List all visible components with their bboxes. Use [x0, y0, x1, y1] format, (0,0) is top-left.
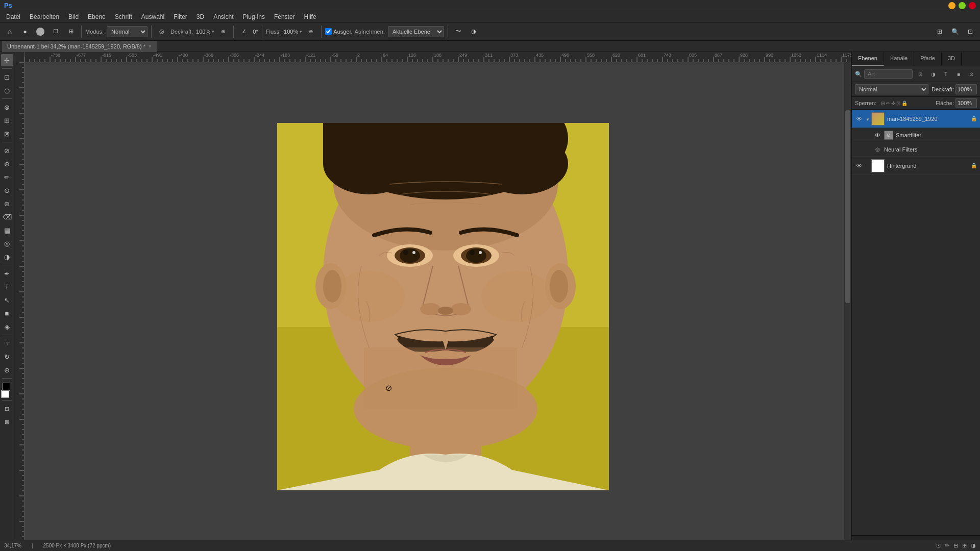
- lock-all[interactable]: 🔒: [901, 101, 908, 106]
- filter-smart[interactable]: ⊙: [966, 68, 977, 80]
- tool-3d[interactable]: ◈: [1, 320, 13, 333]
- smooth-toggle[interactable]: ◑: [467, 25, 480, 38]
- tool-history[interactable]: ⊛: [1, 197, 13, 210]
- toolbar-home[interactable]: ⌂: [3, 25, 16, 38]
- tool-rotate-view[interactable]: ↻: [1, 350, 13, 363]
- tool-eyedropper[interactable]: ⊘: [1, 144, 13, 157]
- menu-3d[interactable]: 3D: [192, 12, 208, 21]
- lock-position[interactable]: ✛: [891, 101, 895, 106]
- angle-icon[interactable]: ∠: [237, 25, 251, 38]
- tool-crop[interactable]: ⊞: [1, 114, 13, 127]
- close-button[interactable]: [969, 2, 976, 9]
- filter-pixel[interactable]: ⊡: [915, 68, 926, 80]
- aufnehmen-select[interactable]: Aktuelle Ebene Alle Ebenen: [388, 26, 444, 37]
- tab-ebenen[interactable]: Ebenen: [852, 52, 884, 66]
- menu-hilfe[interactable]: Hilfe: [300, 12, 321, 21]
- status-separator: |: [32, 543, 33, 548]
- tool-eraser[interactable]: ⌫: [1, 211, 13, 223]
- layer-item-smartfilter[interactable]: 👁 ⊙ Smartfilter: [852, 128, 980, 142]
- menu-datei[interactable]: Datei: [2, 12, 24, 21]
- tool-heal[interactable]: ⊕: [1, 158, 13, 170]
- airbrush-toggle[interactable]: ◎: [155, 25, 168, 38]
- maximize-button[interactable]: [959, 2, 966, 9]
- menu-plugins[interactable]: Plug-ins: [239, 12, 269, 21]
- tool-sep2: [2, 98, 12, 99]
- tool-perspective[interactable]: ⊠: [1, 128, 13, 140]
- tab-kanaele[interactable]: Kanäle: [884, 52, 914, 66]
- tab-pfade[interactable]: Pfade: [914, 52, 942, 66]
- minimize-button[interactable]: [948, 2, 955, 9]
- tab-3d[interactable]: 3D: [942, 52, 962, 66]
- status-icon3: ⊟: [953, 542, 958, 549]
- cloud-search[interactable]: ⊞: [933, 25, 946, 38]
- menu-bild[interactable]: Bild: [64, 12, 83, 21]
- tool-select-rect[interactable]: ⊡: [1, 71, 13, 83]
- smudge-tool[interactable]: 〜: [452, 25, 465, 38]
- tool-screen-mode[interactable]: ⊠: [1, 416, 13, 428]
- opacity-input[interactable]: [955, 84, 977, 94]
- background-color-swatch[interactable]: [1, 390, 9, 398]
- layer-thumbnail-hintergrund: [871, 159, 885, 172]
- tool-text[interactable]: T: [1, 281, 13, 293]
- toolbar-toggle1[interactable]: ☐: [49, 25, 62, 38]
- toolbar-brush-size[interactable]: ●: [18, 25, 32, 38]
- canvas-area[interactable]: ⊘: [14, 52, 851, 551]
- fluss-group: 100% ▾: [284, 29, 302, 35]
- layer-lock-man: 🔒: [971, 116, 977, 121]
- canvas-content[interactable]: ⊘: [24, 62, 851, 551]
- search-btn[interactable]: 🔍: [948, 25, 962, 38]
- ruler-corner: [14, 52, 24, 62]
- menu-fenster[interactable]: Fenster: [270, 12, 299, 21]
- doc-tab-close[interactable]: ×: [149, 43, 152, 49]
- layer-visibility-smartfilter[interactable]: 👁: [873, 131, 881, 139]
- tool-brush[interactable]: ✏: [1, 171, 13, 183]
- pressure-flow[interactable]: ⊕: [304, 25, 317, 38]
- menu-ansicht[interactable]: Ansicht: [209, 12, 237, 21]
- tool-zoom[interactable]: ⊕: [1, 364, 13, 376]
- tool-quick-select[interactable]: ⊗: [1, 101, 13, 113]
- tool-pen[interactable]: ✒: [1, 267, 13, 280]
- tool-stamp[interactable]: ⊙: [1, 184, 13, 196]
- ausger-checkbox[interactable]: [325, 28, 332, 35]
- menu-auswahl[interactable]: Auswahl: [137, 12, 168, 21]
- tool-gradient[interactable]: ▦: [1, 224, 13, 236]
- document-tab[interactable]: Unbenannt-1 bei 34,2% (man-1845259_1920,…: [2, 41, 157, 52]
- lock-transparency[interactable]: ⊟: [881, 101, 885, 106]
- tool-shape[interactable]: ■: [1, 307, 13, 319]
- layer-kind-select[interactable]: [864, 69, 913, 79]
- layer-blend-mode[interactable]: Normal Multiplizieren: [855, 84, 928, 94]
- layer-visibility-hintergrund[interactable]: 👁: [855, 162, 863, 170]
- tool-dodge[interactable]: ◑: [1, 251, 13, 263]
- layer-item-hintergrund[interactable]: 👁 Hintergrund 🔒: [852, 157, 980, 175]
- fill-input[interactable]: [955, 98, 977, 108]
- layer-item-man[interactable]: 👁 ▼ man-1845259_1920 🔒: [852, 110, 980, 128]
- toolbar-brush-preset[interactable]: [34, 25, 47, 38]
- workspace-btn[interactable]: ⊡: [964, 25, 977, 38]
- layer-visibility-man[interactable]: 👁: [855, 115, 863, 123]
- filter-text[interactable]: T: [940, 68, 951, 80]
- menu-schrift[interactable]: Schrift: [111, 12, 136, 21]
- menu-ebene[interactable]: Ebene: [84, 12, 110, 21]
- layer-item-neural[interactable]: ◎ Neural Filters: [852, 142, 980, 157]
- blend-mode-select[interactable]: Normal Multiplizieren Bildschirm: [107, 26, 148, 37]
- tool-blur[interactable]: ◎: [1, 237, 13, 249]
- lock-artboard[interactable]: ⊡: [896, 101, 900, 106]
- scrollbar-vertical[interactable]: [844, 62, 851, 544]
- svg-point-19: [451, 303, 471, 315]
- toolbar-toggle2[interactable]: ⊞: [64, 25, 78, 38]
- filter-adjust[interactable]: ◑: [927, 68, 939, 80]
- tool-hand[interactable]: ☞: [1, 337, 13, 349]
- fluss-value: 100%: [284, 29, 298, 35]
- filter-shape[interactable]: ■: [953, 68, 964, 80]
- tool-lasso[interactable]: ◌: [1, 84, 13, 96]
- menu-bearbeiten[interactable]: Bearbeiten: [26, 12, 63, 21]
- menu-filter[interactable]: Filter: [169, 12, 191, 21]
- pressure-opacity[interactable]: ⊕: [216, 25, 230, 38]
- tool-move[interactable]: ✛: [1, 54, 13, 66]
- tool-selection-path[interactable]: ↖: [1, 294, 13, 306]
- layer-visibility-neural[interactable]: ◎: [873, 145, 881, 154]
- scroll-thumb-vertical[interactable]: [845, 110, 850, 303]
- tool-quick-mask[interactable]: ⊟: [1, 403, 13, 415]
- foreground-color-swatch[interactable]: [2, 383, 10, 391]
- lock-paint[interactable]: ✏: [886, 101, 890, 106]
